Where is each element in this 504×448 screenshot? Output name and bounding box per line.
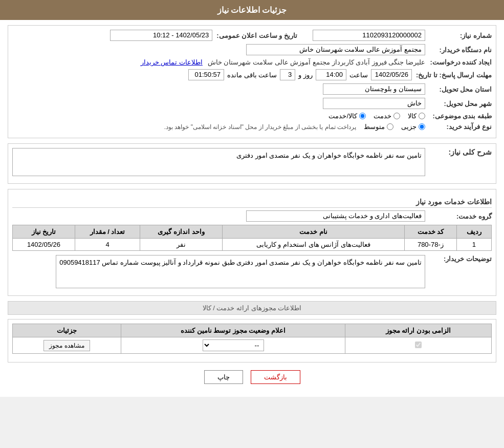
permit-row: -- مشاهده مجوز [13, 337, 492, 354]
row-buyer-org: نام دستگاه خریدار: مجتمع آموزش عالی سلام… [12, 44, 492, 55]
radio-partial: جزیی [401, 123, 425, 131]
province-value: سیستان و بلوچستان [323, 83, 425, 95]
category-radio-group: کالا خدمت کالا/خدمت [328, 112, 425, 120]
announce-label: تاریخ و ساعت اعلان عمومی: [212, 32, 297, 39]
need-desc-row: شرح کلی نیاز: تامین سه نفر ناظمه خوابگاه… [12, 148, 492, 176]
main-content: شماره نیاز: 1102093120000002 تاریخ و ساع… [0, 20, 504, 397]
table-row: 1ز-78-780فعالیت‌های آژانس های استخدام و … [13, 239, 492, 251]
row-requester: ایجاد کننده درخواست: علیرضا جنگی فیروز آ… [12, 58, 492, 66]
radio-goods-label: کالا [408, 112, 417, 120]
radio-goods-service-label: کالا/خدمت [328, 112, 357, 120]
radio-medium-input[interactable] [387, 123, 393, 130]
row-need-number: شماره نیاز: 1102093120000002 تاریخ و ساع… [12, 30, 492, 41]
col-status: اعلام وضعیت مجوز توسط نامین کننده [121, 324, 345, 337]
info-section: شماره نیاز: 1102093120000002 تاریخ و ساع… [8, 25, 496, 138]
radio-service: خدمت [374, 112, 400, 120]
radio-medium: متوسط [364, 123, 393, 131]
buyer-org-value: مجتمع آموزش عالی سلامت شهرستان خاش [246, 44, 425, 55]
need-number-label: شماره نیاز: [425, 32, 492, 39]
permit-status-select[interactable]: -- [203, 339, 264, 351]
service-group-row: گروه خدمت: فعالیت‌های اداری و خدمات پشتی… [12, 210, 492, 222]
page-title: جزئیات اطلاعات نیاز [217, 6, 287, 14]
page-wrapper: جزئیات اطلاعات نیاز شماره نیاز: 11020931… [0, 0, 504, 397]
city-label: شهر محل تحویل: [425, 100, 492, 108]
col-service-code: کد خدمت [404, 225, 456, 239]
buyer-notes-value: تامین سه نفر ناظمه خوابگاه خواهران و یک … [56, 255, 425, 288]
radio-partial-label: جزیی [401, 123, 417, 131]
col-required: الزامی بودن ارائه مجوز [345, 324, 492, 337]
buyer-org-label: نام دستگاه خریدار: [425, 46, 492, 54]
services-table: ردیف کد خدمت نام خدمت واحد اندازه گیری ت… [12, 225, 492, 251]
row-category: طبقه بندی موضوعی: کالا خدمت کالا/خدمت [12, 112, 492, 120]
time-label: ساعت [349, 71, 368, 79]
requester-value: علیرضا جنگی فیروز آبادی کاربرداز مجتمع آ… [208, 58, 425, 66]
radio-goods: کالا [408, 112, 425, 120]
category-label: طبقه بندی موضوعی: [425, 112, 492, 120]
response-date: 1402/05/26 [371, 69, 412, 80]
radio-service-label: خدمت [374, 112, 391, 120]
buyer-notes-label: توضیحات خریدار: [425, 255, 492, 263]
need-desc-section: شرح کلی نیاز: تامین سه نفر ناظمه خوابگاه… [8, 143, 496, 184]
need-number-value: 1102093120000002 [313, 30, 425, 41]
table-cell: فعالیت‌های آژانس های استخدام و کاریابی [222, 239, 404, 251]
radio-partial-input[interactable] [419, 123, 425, 130]
table-cell: 4 [75, 239, 140, 251]
response-remaining: 01:50:57 [188, 69, 224, 80]
table-cell: نفر [140, 239, 223, 251]
row-process: نوع فرآیند خرید: جزیی متوسط پرداخت تمام … [12, 123, 492, 131]
col-service-name: نام خدمت [222, 225, 404, 239]
deadline-label: مهلت ارسال پاسخ: تا تاریخ: [412, 71, 492, 79]
row-province: استان محل تحویل: سیستان و بلوچستان [12, 83, 492, 95]
radio-goods-service-input[interactable] [359, 113, 366, 119]
table-cell: ز-78-780 [404, 239, 456, 251]
permits-section-title: اطلاعات مجوزهای ارائه خدمت / کالا [8, 301, 496, 315]
response-days: 3 [280, 69, 295, 80]
radio-medium-label: متوسط [364, 123, 385, 131]
col-need-date: تاریخ نیاز [13, 225, 75, 239]
table-cell: 1 [456, 239, 491, 251]
days-label: روز و [298, 71, 313, 79]
services-section: اطلاعات خدمات مورد نیاز گروه خدمت: فعالی… [8, 189, 496, 296]
permits-table-wrapper: الزامی بودن ارائه مجوز اعلام وضعیت مجوز … [12, 324, 492, 354]
services-title: اطلاعات خدمات مورد نیاز [12, 198, 492, 208]
col-quantity: تعداد / مقدار [75, 225, 140, 239]
radio-goods-service: کالا/خدمت [328, 112, 366, 120]
permit-required-cell [345, 337, 492, 354]
radio-goods-input[interactable] [419, 113, 425, 119]
process-radio-group: جزیی متوسط پرداخت تمام یا بخشی از مبلغ خ… [164, 123, 425, 131]
need-desc-label: شرح کلی نیاز: [425, 148, 492, 156]
row-deadline: مهلت ارسال پاسخ: تا تاریخ: 1402/05/26 سا… [12, 69, 492, 80]
services-table-wrapper: ردیف کد خدمت نام خدمت واحد اندازه گیری ت… [12, 225, 492, 251]
show-permit-button[interactable]: مشاهده مجوز [43, 340, 90, 351]
process-note: پرداخت تمام یا بخشی از مبلغ خریدار از مح… [164, 123, 356, 131]
process-label: نوع فرآیند خرید: [425, 123, 492, 131]
city-value: خاش [323, 98, 425, 109]
service-group-value: فعالیت‌های اداری و خدمات پشتیبانی [246, 210, 425, 222]
print-button[interactable]: چاپ [204, 370, 243, 384]
contact-link[interactable]: اطلاعات تماس خریدار [141, 58, 203, 66]
col-details: جزئیات [13, 324, 121, 337]
buyer-notes-row: توضیحات خریدار: تامین سه نفر ناظمه خوابگ… [12, 255, 492, 288]
col-unit: واحد اندازه گیری [140, 225, 223, 239]
service-group-label: گروه خدمت: [425, 212, 492, 220]
permit-details-cell: مشاهده مجوز [13, 337, 121, 354]
permits-table: الزامی بودن ارائه مجوز اعلام وضعیت مجوز … [12, 324, 492, 354]
back-button[interactable]: بازگشت [251, 370, 300, 384]
permit-status-cell: -- [121, 337, 345, 354]
requester-label: ایجاد کننده درخواست: [425, 58, 492, 66]
page-header: جزئیات اطلاعات نیاز [0, 0, 504, 20]
need-desc-value: تامین سه نفر ناظمه خوابگاه خواهران و یک … [12, 148, 425, 176]
announce-value: 1402/05/23 - 10:12 [110, 30, 212, 41]
permits-section: الزامی بودن ارائه مجوز اعلام وضعیت مجوز … [8, 319, 496, 362]
col-row-num: ردیف [456, 225, 491, 239]
province-label: استان محل تحویل: [425, 86, 492, 93]
radio-service-input[interactable] [393, 113, 400, 119]
response-time: 14:00 [316, 69, 346, 80]
footer-buttons: بازگشت چاپ [8, 370, 496, 384]
remaining-label: ساعت باقی مانده [227, 71, 277, 79]
row-city: شهر محل تحویل: خاش [12, 98, 492, 109]
permit-required-checkbox[interactable] [415, 342, 422, 348]
table-cell: 1402/05/26 [13, 239, 75, 251]
